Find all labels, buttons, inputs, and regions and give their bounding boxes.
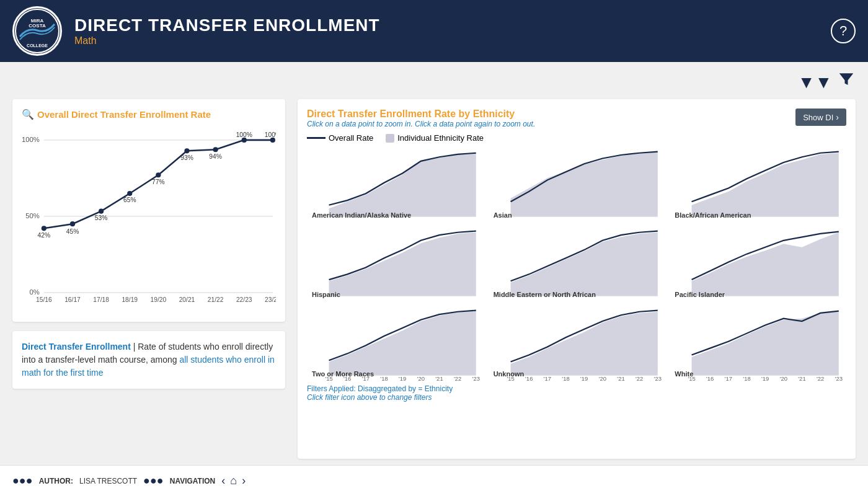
svg-text:65%: 65% [123,197,136,203]
svg-text:COSTA: COSTA [29,23,46,29]
main-content: 🔍 Overall Direct Transfer Enrollment Rat… [0,99,868,465]
chart-label-unknown: Unknown [494,370,525,378]
svg-text:'17: '17 [725,376,732,381]
show-di-button[interactable]: Show DI › [795,108,846,126]
chart-two-or-more[interactable]: 100% 50% 0% '15 '16 '17 '18 '19 '20 '21 … [307,306,484,381]
svg-text:'22: '22 [817,376,824,381]
filter-applied-text: Filters Applied: Disaggregated by = Ethn… [307,384,846,393]
svg-point-11 [70,221,75,226]
ethnicity-chart-subtitle: Click on a data point to zoom in. Click … [307,120,535,128]
svg-text:'20: '20 [780,376,787,381]
svg-text:0%: 0% [29,288,39,296]
svg-text:45%: 45% [66,228,79,235]
chart-label-white: White [675,370,693,378]
page-footer: ●●● AUTHOR: LISA TRESCOTT ●●● NAVIGATION… [0,465,868,496]
svg-text:'20: '20 [598,376,606,381]
legend-individual-label: Individual Ethnicity Rate [397,133,484,143]
legend-overall-label: Overall Rate [329,133,373,143]
author-name: LISA TRESCOTT [79,477,137,485]
svg-text:'16: '16 [525,376,533,381]
filter-icon[interactable]: ▼▼ [798,69,856,92]
legend-overall: Overall Rate [307,133,373,143]
svg-text:'23: '23 [835,376,843,381]
svg-text:50%: 50% [25,212,40,219]
header: MIRA COSTA COLLEGE DIRECT TRANSFER ENROL… [0,0,868,62]
svg-text:'19: '19 [580,376,588,381]
svg-point-18 [270,138,275,143]
left-panel: 🔍 Overall Direct Transfer Enrollment Rat… [12,99,285,459]
svg-text:42%: 42% [38,232,51,239]
svg-text:'18: '18 [743,376,751,381]
right-panel-header: Direct Transfer Enrollment Rate by Ethni… [307,108,846,128]
svg-text:19/20: 19/20 [151,296,167,303]
svg-text:94%: 94% [209,153,222,160]
chart-hispanic[interactable]: 100% 50% 0% Hispanic [307,227,484,301]
chart-label-asian: Asian [494,211,512,219]
page-subtitle: Math [74,35,380,46]
svg-text:16/17: 16/17 [64,296,81,303]
show-di-label: Show DI [803,113,833,122]
filter-change-text: Click filter icon above to change filter… [307,393,846,402]
overall-chart-container: 100% 50% 0% [22,126,276,312]
legend-individual: Individual Ethnicity Rate [386,133,484,143]
chart-american-indian[interactable]: 100% 50% 0% American Indian/Alaska Nativ… [307,148,484,222]
svg-text:'19: '19 [399,376,406,381]
svg-text:'16: '16 [706,376,714,381]
chart-middle-eastern[interactable]: 100% 50% 0% Middle Eastern or North Afri… [489,227,665,301]
ethnicity-chart-title: Direct Transfer Enrollment Rate by Ethni… [307,108,535,120]
author-label: AUTHOR: [39,477,73,485]
chart-label-middle-eastern: Middle Eastern or North African [494,291,596,298]
legend-area-icon [386,134,394,143]
chart-label-pacific-islander: Pacific Islander [675,291,725,298]
svg-text:17/18: 17/18 [93,296,109,303]
svg-text:'23: '23 [653,376,661,381]
logo: MIRA COSTA COLLEGE [12,6,62,56]
chart-pacific-islander[interactable]: 100% 50% 0% Pacific Islander [670,227,846,301]
svg-text:'18: '18 [562,376,569,381]
right-title-area: Direct Transfer Enrollment Rate by Ethni… [307,108,535,128]
svg-text:100%: 100% [22,136,40,143]
help-button[interactable]: ? [831,19,856,43]
svg-text:COLLEGE: COLLEGE [27,43,48,48]
prev-arrow[interactable]: ‹ [221,474,225,487]
svg-text:'18: '18 [380,376,388,381]
svg-text:'21: '21 [435,376,443,381]
page-title: DIRECT TRANSFER ENROLLMENT [74,16,380,35]
svg-point-10 [42,226,46,231]
nav-label: NAVIGATION [170,477,216,485]
right-panel-footer: Filters Applied: Disaggregated by = Ethn… [307,384,846,402]
chart-asian[interactable]: 100% 50% 0% Asian [489,148,665,222]
next-arrow[interactable]: › [242,474,246,487]
chart-legend: Overall Rate Individual Ethnicity Rate [307,133,846,143]
ethnicity-charts-grid: 100% 50% 0% American Indian/Alaska Nativ… [307,148,846,381]
svg-text:'19: '19 [761,376,769,381]
svg-text:21/22: 21/22 [208,296,224,303]
chart-label-two-or-more: Two or More Races [312,370,374,378]
svg-text:'23: '23 [472,376,480,381]
filter-value: Disaggregated by = Ethnicity [358,384,453,393]
chart-label-hispanic: Hispanic [312,291,340,298]
dots-left: ●●● [12,474,33,487]
svg-point-15 [184,148,189,153]
chart-black-african-american[interactable]: 100% 50% 0% Black/African American [670,148,846,222]
svg-text:'20: '20 [417,376,425,381]
svg-point-12 [99,209,104,214]
header-title-area: DIRECT TRANSFER ENROLLMENT Math [74,16,380,46]
overall-chart-svg: 100% 50% 0% [22,126,276,312]
filters-applied-label: Filters Applied: [307,384,356,393]
svg-text:22/23: 22/23 [236,296,252,303]
search-icon: 🔍 [22,108,34,120]
svg-point-14 [156,172,161,177]
svg-text:'17: '17 [543,376,551,381]
svg-text:20/21: 20/21 [179,296,195,303]
filter-bar: ▼▼ [0,62,868,99]
logo-area: MIRA COSTA COLLEGE [12,6,62,56]
svg-text:93%: 93% [180,154,193,161]
chart-unknown[interactable]: 100% 50% 0% '15 '16 '17 '18 '19 '20 '21 … [489,306,665,381]
svg-point-13 [127,191,132,196]
chart-label-american-indian: American Indian/Alaska Native [312,211,411,219]
chart-white[interactable]: 100% 50% 0% '15 '16 '17 '18 '19 '20 '21 … [670,306,846,381]
svg-text:23/24: 23/24 [265,296,276,303]
overall-chart-title: 🔍 Overall Direct Transfer Enrollment Rat… [22,108,276,120]
home-icon[interactable]: ⌂ [230,474,237,487]
